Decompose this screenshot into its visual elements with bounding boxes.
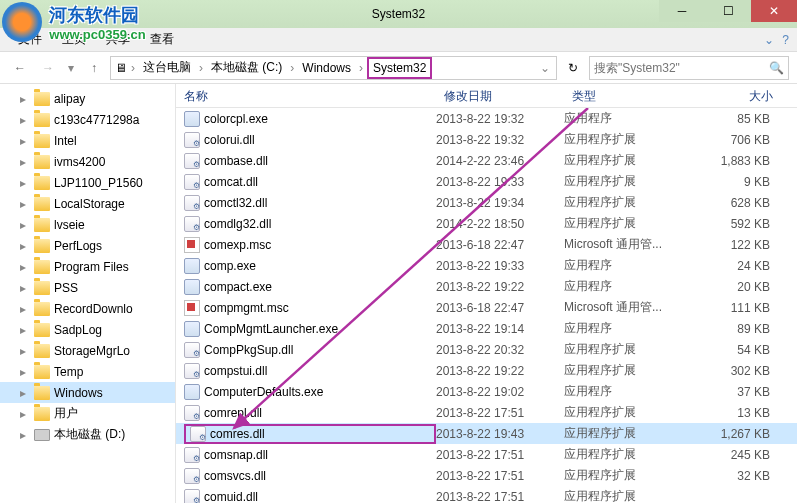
column-header-size[interactable]: 大小 bbox=[682, 84, 782, 107]
refresh-button[interactable]: ↻ bbox=[561, 56, 585, 80]
file-size: 111 KB bbox=[682, 301, 778, 315]
file-name: CompPkgSup.dll bbox=[204, 343, 293, 357]
file-name: comuid.dll bbox=[204, 490, 258, 504]
breadcrumb-seg-system32[interactable]: System32 bbox=[367, 57, 432, 79]
search-icon[interactable]: 🔍 bbox=[769, 61, 784, 75]
tree-item[interactable]: ▸lvseie bbox=[0, 214, 175, 235]
file-row[interactable]: comsvcs.dll2013-8-22 17:51应用程序扩展32 KB bbox=[176, 465, 797, 486]
tree-item[interactable]: ▸Temp bbox=[0, 361, 175, 382]
chevron-right-icon[interactable]: › bbox=[288, 61, 296, 75]
breadcrumb[interactable]: 🖥 › 这台电脑 › 本地磁盘 (C:) › Windows › System3… bbox=[110, 56, 557, 80]
breadcrumb-seg-drive[interactable]: 本地磁盘 (C:) bbox=[207, 57, 286, 78]
folder-icon bbox=[34, 155, 50, 169]
tree-item[interactable]: ▸Intel bbox=[0, 130, 175, 151]
tree-item[interactable]: ▸用户 bbox=[0, 403, 175, 424]
file-row[interactable]: CompMgmtLauncher.exe2013-8-22 19:14应用程序8… bbox=[176, 318, 797, 339]
file-size: 245 KB bbox=[682, 448, 778, 462]
file-row[interactable]: comuid.dll2013-8-22 17:51应用程序扩展 bbox=[176, 486, 797, 503]
file-row[interactable]: comrepl.dll2013-8-22 17:51应用程序扩展13 KB bbox=[176, 402, 797, 423]
recent-dropdown[interactable]: ▾ bbox=[64, 56, 78, 80]
file-row[interactable]: compact.exe2013-8-22 19:22应用程序20 KB bbox=[176, 276, 797, 297]
file-row[interactable]: comctl32.dll2013-8-22 19:34应用程序扩展628 KB bbox=[176, 192, 797, 213]
tree-item[interactable]: ▸Program Files bbox=[0, 256, 175, 277]
tree-item[interactable]: ▸SadpLog bbox=[0, 319, 175, 340]
expand-icon[interactable]: ▸ bbox=[20, 260, 32, 274]
tree-item[interactable]: ▸c193c4771298a bbox=[0, 109, 175, 130]
file-date: 2013-8-22 19:43 bbox=[436, 427, 564, 441]
folder-icon bbox=[8, 6, 24, 22]
forward-button[interactable]: → bbox=[36, 56, 60, 80]
folder-icon bbox=[34, 218, 50, 232]
expand-icon[interactable]: ▸ bbox=[20, 92, 32, 106]
file-row[interactable]: comp.exe2013-8-22 19:33应用程序24 KB bbox=[176, 255, 797, 276]
column-header-date[interactable]: 修改日期 bbox=[436, 84, 564, 107]
file-row[interactable]: combase.dll2014-2-22 23:46应用程序扩展1,883 KB bbox=[176, 150, 797, 171]
expand-icon[interactable]: ▸ bbox=[20, 239, 32, 253]
tree-item[interactable]: ▸StorageMgrLo bbox=[0, 340, 175, 361]
column-header-name[interactable]: 名称 bbox=[176, 84, 436, 107]
breadcrumb-seg-windows[interactable]: Windows bbox=[298, 59, 355, 77]
column-header-type[interactable]: 类型 bbox=[564, 84, 682, 107]
file-row[interactable]: colorcpl.exe2013-8-22 19:32应用程序85 KB bbox=[176, 108, 797, 129]
expand-icon[interactable]: ▸ bbox=[20, 365, 32, 379]
expand-icon[interactable]: ▸ bbox=[20, 218, 32, 232]
tree-item-label: RecordDownlo bbox=[54, 302, 133, 316]
file-row[interactable]: comsnap.dll2013-8-22 17:51应用程序扩展245 KB bbox=[176, 444, 797, 465]
maximize-button[interactable]: ☐ bbox=[705, 0, 751, 22]
expand-icon[interactable]: ▸ bbox=[20, 197, 32, 211]
tree-item[interactable]: ▸Windows bbox=[0, 382, 175, 403]
search-input[interactable] bbox=[594, 61, 769, 75]
file-row[interactable]: comexp.msc2013-6-18 22:47Microsoft 通用管..… bbox=[176, 234, 797, 255]
file-row[interactable]: comdlg32.dll2014-2-22 18:50应用程序扩展592 KB bbox=[176, 213, 797, 234]
tree-item[interactable]: ▸PSS bbox=[0, 277, 175, 298]
expand-icon[interactable]: ▸ bbox=[20, 407, 32, 421]
file-row[interactable]: comres.dll2013-8-22 19:43应用程序扩展1,267 KB bbox=[176, 423, 797, 444]
address-dropdown-icon[interactable]: ⌄ bbox=[538, 61, 552, 75]
chevron-right-icon[interactable]: › bbox=[357, 61, 365, 75]
tree-item[interactable]: ▸RecordDownlo bbox=[0, 298, 175, 319]
expand-icon[interactable]: ▸ bbox=[20, 155, 32, 169]
expand-ribbon-icon[interactable]: ⌄ bbox=[764, 33, 774, 47]
expand-icon[interactable]: ▸ bbox=[20, 134, 32, 148]
breadcrumb-seg-pc[interactable]: 这台电脑 bbox=[139, 57, 195, 78]
close-button[interactable]: ✕ bbox=[751, 0, 797, 22]
search-box[interactable]: 🔍 bbox=[589, 56, 789, 80]
file-row[interactable]: ComputerDefaults.exe2013-8-22 19:02应用程序3… bbox=[176, 381, 797, 402]
tree-item-label: c193c4771298a bbox=[54, 113, 139, 127]
expand-icon[interactable]: ▸ bbox=[20, 386, 32, 400]
folder-icon bbox=[34, 302, 50, 316]
expand-icon[interactable]: ▸ bbox=[20, 302, 32, 316]
help-icon[interactable]: ? bbox=[782, 33, 789, 47]
file-size: 302 KB bbox=[682, 364, 778, 378]
tree-item[interactable]: ▸alipay bbox=[0, 88, 175, 109]
menu-file[interactable]: 文件 bbox=[8, 29, 52, 50]
tree-item[interactable]: ▸PerfLogs bbox=[0, 235, 175, 256]
back-button[interactable]: ← bbox=[8, 56, 32, 80]
expand-icon[interactable]: ▸ bbox=[20, 176, 32, 190]
menu-view[interactable]: 查看 bbox=[140, 29, 184, 50]
file-row[interactable]: compmgmt.msc2013-6-18 22:47Microsoft 通用管… bbox=[176, 297, 797, 318]
expand-icon[interactable]: ▸ bbox=[20, 281, 32, 295]
expand-icon[interactable]: ▸ bbox=[20, 344, 32, 358]
tree-item[interactable]: ▸本地磁盘 (D:) bbox=[0, 424, 175, 445]
file-row[interactable]: compstui.dll2013-8-22 19:22应用程序扩展302 KB bbox=[176, 360, 797, 381]
file-list[interactable]: colorcpl.exe2013-8-22 19:32应用程序85 KBcolo… bbox=[176, 108, 797, 503]
chevron-right-icon[interactable]: › bbox=[197, 61, 205, 75]
minimize-button[interactable]: ─ bbox=[659, 0, 705, 22]
file-row[interactable]: comcat.dll2013-8-22 19:33应用程序扩展9 KB bbox=[176, 171, 797, 192]
tree-item[interactable]: ▸LocalStorage bbox=[0, 193, 175, 214]
menu-share[interactable]: 共享 bbox=[96, 29, 140, 50]
expand-icon[interactable]: ▸ bbox=[20, 113, 32, 127]
tree-item[interactable]: ▸LJP1100_P1560 bbox=[0, 172, 175, 193]
chevron-right-icon[interactable]: › bbox=[129, 61, 137, 75]
up-button[interactable]: ↑ bbox=[82, 56, 106, 80]
file-row[interactable]: colorui.dll2013-8-22 19:32应用程序扩展706 KB bbox=[176, 129, 797, 150]
navigation-tree[interactable]: ▸alipay▸c193c4771298a▸Intel▸ivms4200▸LJP… bbox=[0, 84, 176, 503]
expand-icon[interactable]: ▸ bbox=[20, 428, 32, 442]
file-date: 2013-8-22 19:33 bbox=[436, 259, 564, 273]
expand-icon[interactable]: ▸ bbox=[20, 323, 32, 337]
menu-home[interactable]: 主页 bbox=[52, 29, 96, 50]
file-name-cell: comuid.dll bbox=[184, 489, 436, 504]
tree-item[interactable]: ▸ivms4200 bbox=[0, 151, 175, 172]
file-row[interactable]: CompPkgSup.dll2013-8-22 20:32应用程序扩展54 KB bbox=[176, 339, 797, 360]
